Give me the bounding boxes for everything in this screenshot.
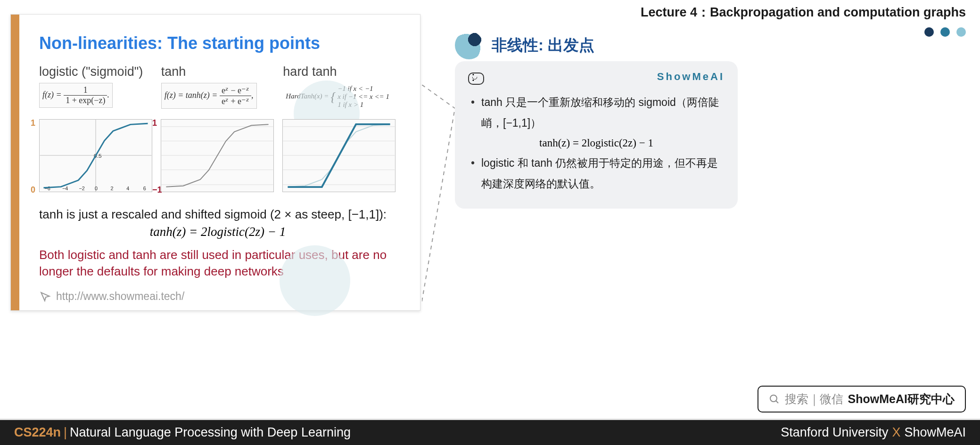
slide-note: tanh is just a rescaled and shifted sigm… (39, 206, 396, 223)
plot-tanh (161, 119, 274, 192)
summary-card: ShowMeAI tanh 只是一个重新放缩和移动的 sigmoid（两倍陡峭，… (455, 61, 738, 209)
axis-label: 1 (152, 118, 157, 128)
brand-name: ShowMeAI (904, 425, 966, 439)
svg-text:0: 0 (95, 186, 98, 191)
slide-accent-bar (11, 15, 19, 310)
svg-text:−6: −6 (44, 186, 50, 191)
func-label-tanh: tanh (161, 65, 275, 79)
svg-text:4: 4 (126, 186, 129, 191)
svg-point-22 (770, 395, 777, 402)
course-code: CS224n (14, 425, 61, 439)
func-eq-sigmoid: f(z) = 11 + exp(−z). (39, 83, 113, 108)
card-formula: tanh(z) = 2logistic(2z) − 1 (468, 137, 725, 149)
svg-line-21 (422, 108, 455, 301)
svg-text:2: 2 (111, 186, 114, 191)
search-label: 搜索｜微信 (785, 391, 843, 407)
uni-name: Stanford University (781, 425, 888, 439)
axis-label: 1 (31, 118, 35, 128)
svg-line-20 (422, 85, 455, 108)
func-label-sigmoid: logistic ("sigmoid") (39, 65, 153, 79)
func-eq-tanh: f(z) = tanh(z) = eᶻ − e⁻ᶻeᶻ + e⁻ᶻ, (161, 83, 257, 109)
decoration-blob (280, 245, 350, 316)
brand-label: ShowMeAI (657, 71, 725, 83)
side-heading: 非线性: 出发点 (455, 31, 594, 59)
plot-sigmoid: 0.5 −6−4−20246 (39, 119, 152, 192)
course-subtitle: Natural Language Processing with Deep Le… (70, 425, 351, 439)
func-label-hardtanh: hard tanh (283, 65, 396, 79)
search-bold: ShowMeAI研究中心 (848, 391, 955, 407)
connector-lines (422, 85, 455, 301)
axis-label: −1 (152, 185, 162, 195)
svg-text:−2: −2 (79, 186, 84, 191)
svg-text:6: 6 (143, 186, 146, 191)
robot-icon (468, 73, 484, 85)
search-hint[interactable]: 搜索｜微信 ShowMeAI研究中心 (758, 386, 966, 413)
axis-label: 0 (31, 185, 35, 195)
lecture-header: Lecture 4：Backpropagation and computatio… (641, 4, 966, 21)
slide-title: Non-linearities: The starting points (39, 33, 396, 53)
svg-line-23 (776, 401, 778, 403)
heading-icon (455, 31, 483, 59)
cursor-icon (39, 291, 51, 303)
footer: CS224n|Natural Language Processing with … (0, 419, 980, 445)
decoration-dots (924, 27, 966, 37)
slide: Non-linearities: The starting points log… (10, 14, 420, 311)
search-icon (769, 394, 780, 405)
bullet-item: tanh 只是一个重新放缩和移动的 sigmoid（两倍陡峭，[−1,1]） (471, 92, 725, 133)
slide-formula: tanh(z) = 2logistic(2z) − 1 (39, 225, 396, 239)
plot-hardtanh (282, 119, 395, 192)
bullet-item: logistic 和 tanh 仍然被用于特定的用途，但不再是构建深度网络的默认… (471, 153, 725, 194)
